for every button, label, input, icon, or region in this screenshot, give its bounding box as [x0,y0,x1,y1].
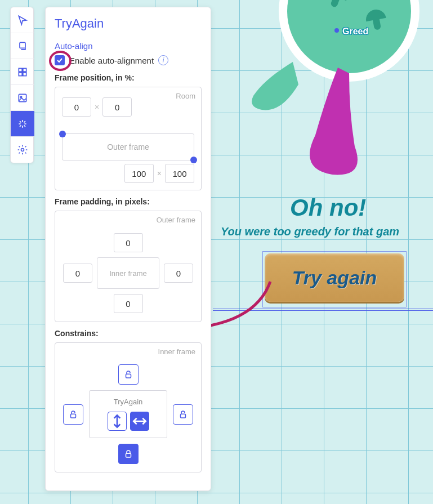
enable-auto-align-label: Enable auto-alignment [69,56,154,65]
padding-top[interactable] [114,233,143,252]
frame-pos-y1[interactable] [102,97,132,117]
tool-settings[interactable] [11,137,34,163]
inner-frame-label-2: Inner frame [158,347,195,356]
constrains-box: Inner frame TryAgain [55,342,202,472]
padding-right[interactable] [164,264,193,283]
frame-pos-x2[interactable] [124,164,154,183]
svg-rect-12 [181,414,186,418]
frame-padding-box: Outer frame Inner frame [55,211,202,322]
svg-rect-4 [23,68,26,72]
lock-bottom[interactable] [118,444,139,464]
greedy-text: You were too greedy for that gam [221,225,433,238]
size-vertical[interactable] [108,412,127,431]
selection-handle[interactable] [334,28,339,33]
tool-tiles[interactable] [11,59,34,85]
lock-top[interactable] [118,364,139,385]
room-label: Room [176,92,195,100]
svg-rect-7 [19,94,26,101]
try-again-label: Try again [292,267,377,289]
try-again-button[interactable]: Try again [265,253,404,302]
enable-auto-align-checkbox[interactable] [55,55,65,65]
left-toolbar [10,7,34,163]
frame-padding-label: Frame padding, in pixels: [55,197,202,206]
frame-position-box: Room × Outer frame × [55,87,202,190]
lock-right[interactable] [173,404,193,425]
constrain-center: TryAgain [89,390,167,438]
handle-top-left[interactable] [59,131,66,137]
tool-image[interactable] [11,85,34,111]
svg-rect-11 [71,414,76,418]
frame-pos-y2[interactable] [165,164,194,183]
svg-rect-6 [23,72,26,75]
svg-point-9 [21,149,24,151]
lock-left[interactable] [63,404,83,425]
padding-bottom[interactable] [114,294,143,313]
times-icon: × [95,102,99,111]
handle-bottom-right[interactable] [190,157,197,163]
times-icon: × [157,169,162,178]
frame-pos-x1[interactable] [62,97,91,117]
svg-rect-5 [19,72,22,75]
element-label-greed: Greed [342,26,368,37]
tool-ui[interactable] [11,111,34,137]
padding-left[interactable] [63,264,92,283]
svg-rect-10 [126,374,131,378]
alignment-guide [213,309,433,311]
frame-position-label: Frame position, in %: [55,73,202,82]
tool-select[interactable] [11,7,34,33]
outer-frame-preview[interactable]: Outer frame [62,133,194,160]
enable-auto-align-row[interactable]: Enable auto-alignment i [55,55,202,65]
svg-rect-2 [20,42,25,48]
constrains-label: Constrains: [55,329,202,338]
tool-copy[interactable] [11,33,34,59]
inner-frame-label: Inner frame [97,257,159,289]
svg-rect-3 [19,68,22,72]
panel-title: TryAgain [55,16,202,31]
ohno-text: Oh no! [290,194,366,221]
svg-rect-13 [126,453,131,457]
properties-panel: TryAgain Auto-align Enable auto-alignmen… [45,7,211,491]
info-icon[interactable]: i [158,55,168,65]
greed-character [236,0,428,180]
size-horizontal[interactable] [130,412,149,431]
section-auto-align: Auto-align [55,41,202,51]
outer-frame-label: Outer frame [157,216,195,224]
